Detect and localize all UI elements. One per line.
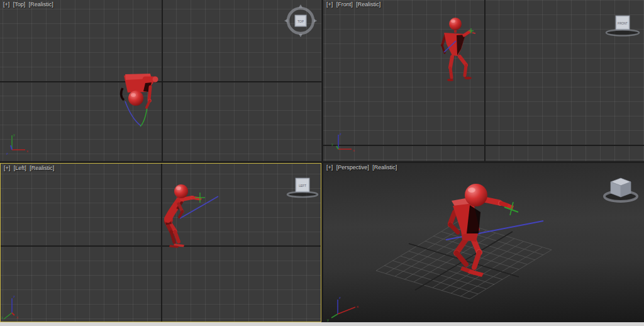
svg-text:x: x [26, 149, 28, 153]
viewport-menu-shading[interactable]: [Realistic] [356, 1, 380, 8]
viewcube-compass-ring[interactable] [606, 30, 639, 36]
ik-goal-marker[interactable] [195, 193, 205, 203]
viewport-menu-pov[interactable]: [Perspective] [336, 164, 369, 171]
viewcube[interactable]: TOP [282, 2, 319, 40]
viewcube-face-label: TOP [297, 20, 304, 23]
viewcube[interactable]: LEFT [284, 166, 321, 204]
viewport-top[interactable]: y x z TOP [+] [Top] [Realistic] [0, 0, 321, 161]
svg-text:z: z [13, 295, 15, 298]
world-axis-tripod: z x y [331, 132, 355, 152]
viewport-menu-general[interactable]: [+] [4, 165, 10, 171]
scene-top-view: y x z [0, 0, 321, 161]
scene-front-view: z x y [323, 0, 644, 161]
viewport-menu-general[interactable]: [+] [326, 1, 333, 8]
viewport-menu-pov[interactable]: [Top] [13, 1, 26, 8]
svg-text:y: y [1, 315, 3, 319]
viewport-label: [+] [Front] [Realistic] [326, 1, 382, 8]
viewcube[interactable]: FRONT [604, 4, 641, 42]
character-figure[interactable] [164, 184, 200, 248]
viewport-menu-general[interactable]: [+] [3, 1, 9, 8]
svg-text:z: z [6, 152, 8, 155]
character-figure[interactable] [442, 18, 472, 81]
viewcube-face-label: FRONT [618, 22, 628, 25]
viewcube-face-label: LEFT [299, 184, 306, 188]
world-axis-tripod: z y x [1, 295, 18, 319]
svg-text:x: x [353, 149, 355, 152]
viewport-menu-shading[interactable]: [Realistic] [30, 165, 54, 171]
viewcube-compass-ring[interactable] [287, 192, 318, 197]
viewport-menu-pov[interactable]: [Front] [336, 1, 353, 8]
svg-text:x: x [357, 305, 358, 308]
viewport-divider-horizontal[interactable] [0, 161, 644, 163]
character-figure[interactable] [448, 184, 514, 277]
bottom-ui-strip [0, 322, 644, 326]
viewcube[interactable] [602, 169, 640, 207]
viewport-menu-general[interactable]: [+] [326, 164, 333, 171]
viewport-perspective[interactable]: z x y [+] [Perspective] [Realistic] [323, 163, 644, 322]
svg-text:y: y [331, 142, 333, 146]
viewport-front[interactable]: z x y FRONT [+] [Front] [Realistic] [323, 0, 644, 161]
scene-perspective-view: z x y [323, 163, 644, 322]
viewport-left[interactable]: z y x LEFT [+] [Left] [Realistic] [0, 163, 321, 322]
viewport-menu-shading[interactable]: [Realistic] [29, 1, 53, 8]
quad-viewport-canvas: y x z TOP [+] [Top] [Realistic] [0, 0, 644, 326]
world-axis-tripod: z x y [327, 296, 358, 322]
viewport-label: [+] [Top] [Realistic] [3, 1, 55, 8]
svg-text:z: z [340, 132, 341, 136]
svg-text:y: y [327, 318, 329, 322]
motion-trajectory-green [140, 107, 147, 126]
viewport-menu-shading[interactable]: [Realistic] [372, 164, 397, 171]
svg-text:x: x [16, 315, 18, 319]
world-axis-tripod: y x z [6, 133, 28, 155]
svg-text:z: z [339, 296, 341, 300]
viewport-label: [+] [Left] [Realistic] [4, 165, 56, 171]
scene-left-view: z y x [1, 164, 321, 322]
character-figure[interactable] [121, 74, 158, 108]
viewport-label: [+] [Perspective] [Realistic] [326, 164, 399, 171]
viewport-menu-pov[interactable]: [Left] [14, 165, 26, 171]
svg-text:y: y [13, 133, 15, 137]
viewcube-cube[interactable] [611, 178, 631, 197]
